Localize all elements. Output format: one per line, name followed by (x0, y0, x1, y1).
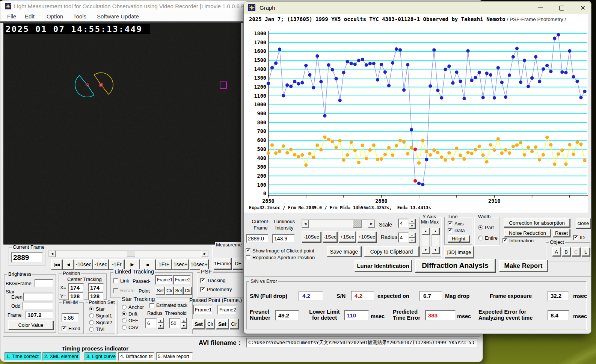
series-target-point[interactable] (455, 71, 458, 74)
fresnel-number-value[interactable]: 49.2 (275, 310, 299, 320)
series-comparison-point[interactable] (323, 136, 326, 139)
graph-scroll-right-icon[interactable]: ▶ (368, 220, 375, 228)
series-comparison-point[interactable] (278, 150, 281, 153)
video-position-scrollbar[interactable]: ◀ ▶ (48, 250, 208, 257)
series-comparison-point[interactable] (342, 158, 346, 162)
series-comparison-point[interactable] (485, 160, 489, 163)
series-target-point[interactable] (365, 63, 368, 66)
series-comparison-point[interactable] (308, 152, 311, 155)
series-comparison-point[interactable] (489, 143, 492, 147)
series-comparison-point[interactable] (368, 148, 372, 152)
linked-frame2-field[interactable]: Frame2 (173, 275, 191, 285)
series-target-point[interactable] (534, 55, 537, 59)
y-min-track[interactable] (422, 235, 430, 246)
series-comparison-point[interactable] (557, 153, 560, 156)
series-comparison-point[interactable] (463, 157, 466, 161)
series-comparison-point[interactable] (387, 146, 391, 150)
series-target-point[interactable] (515, 47, 519, 50)
series-target-point[interactable] (481, 96, 485, 99)
highlighted-point[interactable] (413, 148, 417, 151)
series-target-point[interactable] (380, 63, 383, 66)
object-b-button[interactable]: B (562, 247, 570, 256)
series-target-point[interactable] (353, 62, 357, 66)
series-target-point[interactable] (436, 89, 439, 92)
series-target-point[interactable] (300, 81, 304, 85)
expected-on-value[interactable]: 6.7 (419, 291, 442, 301)
plus-1frame-button[interactable]: 1Fr+ (156, 259, 172, 270)
series-comparison-point[interactable] (372, 143, 376, 147)
series-target-point[interactable] (297, 82, 300, 86)
series-target-point[interactable] (372, 62, 376, 65)
menu-software-update[interactable]: Software Update (97, 13, 139, 20)
series-comparison-point[interactable] (515, 143, 519, 147)
even-field[interactable] (23, 293, 53, 301)
series-comparison-point[interactable] (282, 144, 285, 148)
object-l-button[interactable]: L (581, 247, 590, 256)
series-target-point[interactable] (282, 94, 285, 97)
play-backward-button[interactable]: ◀ (63, 259, 74, 270)
bkg-frame-field[interactable] (35, 279, 53, 287)
series-target-point[interactable] (519, 80, 522, 84)
series-comparison-point[interactable] (289, 148, 293, 151)
radio-signal1[interactable]: Signal1 (89, 313, 112, 319)
series-comparison-point[interactable] (459, 154, 462, 157)
series-target-point[interactable] (527, 85, 530, 88)
linked-set2-button[interactable]: Set (174, 287, 183, 295)
series-target-point[interactable] (508, 74, 511, 77)
series-comparison-point[interactable] (579, 142, 582, 146)
series-comparison-point[interactable] (346, 153, 349, 157)
series-comparison-point[interactable] (304, 163, 308, 167)
series-target-point[interactable] (504, 95, 507, 99)
fwhm-value[interactable]: 5.86 (62, 313, 79, 322)
scale-value[interactable]: 4 (398, 219, 409, 228)
scale-up-icon[interactable]: ▲ (409, 219, 415, 224)
series-target-point[interactable] (398, 48, 402, 52)
series-comparison-point[interactable] (504, 148, 507, 152)
series-comparison-point[interactable] (444, 158, 447, 162)
plus-1sec-graph-button[interactable]: +1Sec (339, 231, 356, 242)
series-target-point[interactable] (432, 48, 436, 52)
passed-frame2-field[interactable]: Frame2 (217, 305, 237, 314)
series-target-point[interactable] (523, 59, 526, 62)
radius-graph-value[interactable]: 4 (398, 233, 409, 243)
current-frame-value[interactable]: 2889 (11, 252, 43, 263)
series-comparison-point[interactable] (493, 148, 496, 152)
show-image-checkbox[interactable]: Show Image of Clicked point (246, 248, 314, 254)
series-comparison-point[interactable] (330, 140, 334, 143)
menu-file[interactable]: File (7, 13, 16, 20)
series-comparison-point[interactable] (357, 161, 361, 164)
series-comparison-point[interactable] (447, 151, 451, 154)
series-target-point[interactable] (425, 158, 428, 161)
frame-exposure-value[interactable]: 32.2 (548, 291, 569, 301)
series-target-point[interactable] (530, 76, 534, 80)
rotate-checkbox[interactable]: Rotate (113, 288, 134, 293)
passed-clr2-button[interactable]: Clr (229, 319, 238, 329)
series-comparison-point[interactable] (361, 143, 364, 147)
series-target-point[interactable] (368, 62, 372, 65)
frame-brightness-value[interactable]: 107.2 (26, 311, 53, 319)
series-target-point[interactable] (312, 86, 315, 89)
series-target-point[interactable] (361, 58, 364, 61)
series-comparison-point[interactable] (474, 148, 477, 151)
radio-tivi[interactable]: TIVi (89, 326, 104, 332)
series-comparison-point[interactable] (376, 158, 379, 161)
series-comparison-point[interactable] (425, 150, 428, 153)
series-target-point[interactable] (496, 66, 500, 69)
minus-10sec-button[interactable]: -10sec (74, 259, 93, 270)
radius-graph-up-icon[interactable]: ▲ (409, 233, 415, 238)
series-comparison-point[interactable] (568, 143, 571, 146)
series-target-point[interactable] (564, 71, 567, 74)
series-comparison-point[interactable] (572, 153, 575, 156)
skip-to-start-button[interactable]: |◀◀ (51, 259, 62, 270)
series-target-point[interactable] (376, 78, 379, 82)
series-target-point[interactable] (308, 73, 311, 77)
series-comparison-point[interactable] (466, 151, 470, 154)
series-comparison-point[interactable] (395, 144, 398, 148)
series-target-point[interactable] (421, 183, 424, 186)
video-frame-view[interactable]: 2025 01 07 14:55:13:449 (3, 23, 241, 245)
y-max-track[interactable] (432, 235, 439, 246)
radius-graph-down-icon[interactable]: ▼ (409, 238, 415, 243)
series-comparison-point[interactable] (338, 139, 342, 142)
series-comparison-point[interactable] (334, 146, 338, 149)
3d-image-button[interactable]: [3D] Image (444, 246, 474, 258)
